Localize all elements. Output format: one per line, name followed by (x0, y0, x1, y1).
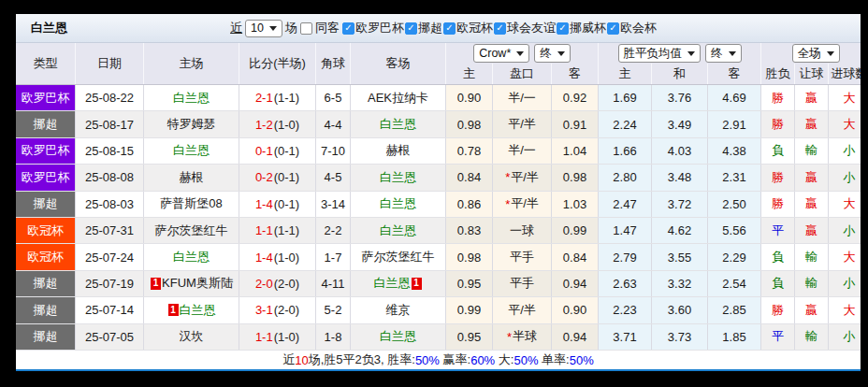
league-badge: 欧冠杯 (16, 218, 76, 243)
chevron-down-icon (269, 26, 277, 31)
sub-column-header: 让球 (795, 64, 829, 84)
handicap-line-text: 平/半 (508, 116, 536, 133)
match-date: 25-08-03 (76, 192, 144, 217)
handicap-odds-away: 0.91 (552, 111, 599, 136)
handicap-odds-home: 0.86 (446, 192, 493, 217)
result-handicap: 輸 (795, 271, 829, 296)
summary-text: 大: (495, 351, 514, 368)
summary-text: 赢率: (440, 351, 470, 368)
table-row: 挪超25-07-05汉坎1-1(1-0)1-8白兰恩0.95*半球0.943.7… (16, 324, 861, 351)
summary-text: 50% (415, 353, 440, 367)
europe-stage-select[interactable]: 终 (705, 44, 742, 63)
wdl-odds-away: 2.91 (708, 111, 761, 136)
handicap-odds-away: 0.98 (552, 165, 599, 190)
wdl-odds-draw: 3.55 (652, 244, 708, 269)
home-team: 白兰恩 (144, 85, 239, 110)
away-team-name: 赫根 (386, 142, 411, 159)
handicap-line: 平/半 (493, 297, 552, 322)
home-team-name: 萨普斯堡08 (160, 195, 222, 212)
chevron-down-icon (827, 51, 834, 56)
wdl-odds-home: 2.79 (599, 244, 652, 269)
column-header-6: 客场 (351, 43, 446, 84)
result-handicap: 贏 (795, 297, 829, 322)
league-checkbox[interactable] (342, 22, 354, 35)
corner-count: 5-2 (316, 297, 351, 322)
league-filter-group: 欧罗巴杯挪超欧冠杯球会友谊挪威杯欧会杯 (342, 20, 657, 36)
result-wdl: 平 (761, 218, 795, 243)
sub-column-header: 主 (599, 64, 652, 84)
table-row: 欧罗巴杯25-08-22白兰恩2-1(1-1)6-5AEK拉纳卡0.90半/一0… (16, 85, 861, 111)
result-handicap: 贏 (795, 192, 829, 217)
home-team-name: 汉坎 (180, 328, 204, 345)
recent-link[interactable]: 近 (230, 20, 242, 36)
score: 1-4(0-1) (239, 192, 316, 217)
handicap-odds-away: 0.84 (552, 244, 599, 269)
team-name-title: 白兰恩 (31, 20, 67, 36)
full-time-score: 1-1 (255, 223, 273, 237)
league-checkbox-label: 球会友谊 (507, 20, 556, 36)
league-checkbox[interactable] (443, 22, 456, 35)
away-team-name: 维京 (386, 302, 411, 319)
wdl-odds-home: 2.47 (599, 192, 652, 217)
away-team-name: 白兰恩 (380, 116, 416, 133)
summary-text: 单率: (538, 351, 569, 368)
wdl-odds-away: 4.38 (708, 138, 761, 164)
table-row: 欧冠杯25-07-31萨尔茨堡红牛1-1(1-1)2-2白兰恩0.83一球0.9… (16, 218, 861, 244)
summary-text: 近 (282, 351, 295, 368)
league-checkbox[interactable] (557, 22, 569, 35)
result-wdl: 勝 (761, 85, 795, 110)
handicap-line-text: 一球 (510, 222, 534, 239)
full-time-score: 1-1 (255, 330, 273, 344)
handicap-odds-away: 0.90 (552, 297, 599, 322)
sub-column-header: 客 (708, 64, 761, 84)
europe-odds-select-group: 胜平负均值 终 (599, 43, 761, 64)
corner-count: 6-5 (316, 85, 351, 110)
league-checkbox[interactable] (494, 22, 506, 35)
bookmaker-select[interactable]: Crow* (473, 44, 529, 63)
bookmaker-stage-value: 终 (540, 46, 552, 62)
wdl-odds-draw: 4.62 (652, 218, 708, 243)
league-checkbox[interactable] (607, 22, 619, 35)
handicap-line-text: 平/半 (511, 195, 539, 212)
bookmaker-stage-select[interactable]: 终 (534, 44, 571, 63)
away-team: 白兰恩1 (351, 271, 446, 296)
half-time-score: (2-0) (274, 303, 299, 317)
recent-count-value: 10 (251, 22, 264, 35)
wdl-odds-home: 1.69 (599, 85, 652, 110)
result-handicap: 輸 (795, 138, 829, 164)
result-handicap: 輸 (795, 324, 829, 350)
europe-odds-select[interactable]: 胜平负均值 (618, 44, 702, 63)
league-checkbox-label: 欧罗巴杯 (355, 20, 404, 36)
table-header: Crow* 终 胜平负均值 终 全场 类型日期主场比分(半场)角球 (16, 43, 861, 85)
match-date: 25-08-15 (76, 138, 144, 164)
red-card-badge: 1 (151, 278, 161, 290)
same-venue-checkbox[interactable] (300, 22, 312, 35)
handicap-odds-away: 0.99 (552, 218, 599, 243)
half-time-score: (1-1) (274, 223, 299, 237)
result-wdl: 勝 (761, 165, 795, 190)
away-team-name: AEK拉纳卡 (368, 90, 428, 107)
score: 2-1(1-1) (239, 85, 316, 110)
wdl-odds-draw: 3.60 (652, 297, 708, 322)
wdl-odds-away: 4.69 (708, 85, 761, 110)
red-card-badge: 1 (412, 278, 422, 290)
column-header-1: 类型 (16, 43, 76, 84)
wdl-odds-away: 2.85 (708, 297, 761, 322)
league-checkbox[interactable] (405, 22, 417, 35)
table-row: 挪超25-07-191KFUM奥斯陆2-0(2-0)4-11白兰恩10.95平手… (16, 271, 861, 297)
scope-select[interactable]: 全场 (792, 44, 840, 63)
home-team: 1白兰恩 (144, 297, 239, 322)
handicap-odds-away: 0.94 (552, 324, 599, 350)
summary-text: 10 (295, 353, 308, 367)
result-handicap: 輸 (795, 244, 829, 269)
chevron-down-icon (557, 51, 565, 56)
recent-count-select[interactable]: 10 (245, 20, 282, 37)
result-goals: 小 (829, 271, 861, 296)
away-team: 白兰恩 (351, 218, 446, 243)
handicap-odds-home: 0.99 (446, 297, 493, 322)
full-time-score: 1-4 (255, 197, 273, 211)
handicap-odds-home: 0.84 (446, 165, 493, 190)
table-row: 欧罗巴杯25-08-08赫根0-2(0-1)4-5白兰恩0.84*平/半0.98… (16, 165, 861, 191)
scope-select-value: 全场 (798, 46, 821, 62)
score: 1-2(1-0) (239, 111, 316, 136)
